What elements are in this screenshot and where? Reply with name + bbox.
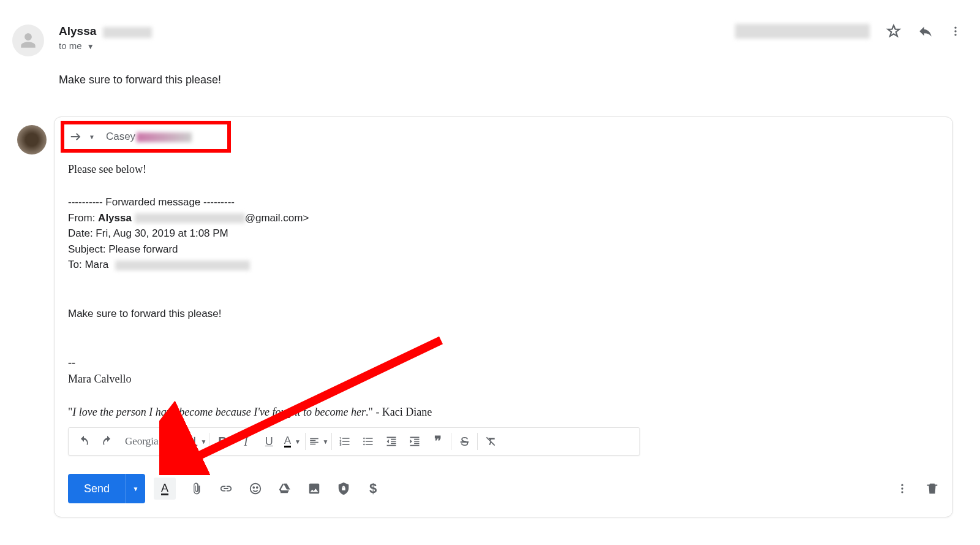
confidential-mode-button[interactable] [335,480,352,497]
compose-bottom-bar: Send ▼ A $ [68,474,939,503]
forward-from-line: From: Alyssa @gmail.com> [68,210,939,226]
person-icon [20,32,37,49]
separator [451,433,451,450]
underline-button[interactable]: U [257,430,281,452]
insert-money-button[interactable]: $ [364,480,382,497]
compose-intro: Please see below! [68,161,939,178]
indent-less-button[interactable] [380,430,403,452]
compose-body[interactable]: Please see below! ---------- Forwarded m… [68,161,939,421]
svg-point-0 [954,27,956,29]
to-line[interactable]: to me ▼ [59,40,956,51]
reply-icon[interactable] [918,23,933,39]
svg-point-8 [901,491,903,493]
indent-more-button[interactable] [403,430,426,452]
signature-separator: -- [68,354,939,371]
forward-arrow-icon [69,130,83,143]
more-vert-icon[interactable] [949,23,962,39]
font-size-select[interactable]: ▼ [184,430,208,452]
italic-button[interactable]: I [234,430,257,452]
signature-quote: "I love the person I have become because… [68,404,939,421]
recipient-name: Casey [106,131,192,143]
forward-to-line: To: Mara [68,257,939,273]
send-button[interactable]: Send [68,474,126,503]
original-message-body: Make sure to forward this please! [59,74,221,86]
align-button[interactable]: ▼ [307,430,330,452]
compose-card: ▼ Casey Please see below! ---------- For… [54,116,953,517]
redo-button[interactable] [96,430,119,452]
redacted-text [103,27,152,38]
svg-point-4 [253,487,254,488]
send-button-group: Send ▼ [68,474,145,503]
bulleted-list-button[interactable] [356,430,380,452]
svg-point-6 [901,484,903,486]
text-color-button[interactable]: A▼ [281,430,304,452]
redacted-text [137,132,192,142]
separator [477,433,478,450]
formatting-toolbar: Georgia▼ ▼ B I U A▼ ▼ ❞ S [68,427,640,455]
insert-link-button[interactable] [217,480,235,497]
forward-date-line: Date: Fri, Aug 30, 2019 at 1:08 PM [68,226,939,242]
svg-point-2 [954,34,956,36]
quote-button[interactable]: ❞ [426,430,450,452]
undo-button[interactable] [72,430,96,452]
separator [331,433,332,450]
svg-point-5 [257,487,258,488]
insert-drive-button[interactable] [276,480,293,497]
chevron-down-icon[interactable]: ▼ [89,134,95,140]
chevron-down-icon: ▼ [87,42,94,51]
compose-right-tools [896,482,939,495]
compose-avatar [17,125,47,154]
separator [183,433,183,450]
delete-icon[interactable] [925,482,939,495]
star-icon[interactable] [886,23,902,39]
svg-point-7 [901,487,903,489]
svg-point-1 [954,30,956,32]
remove-formatting-button[interactable] [479,430,502,452]
signature-name: Mara Calvello [68,371,939,387]
forward-subject-line: Subject: Please forward [68,242,939,257]
sender-avatar [12,25,44,56]
message-actions [735,23,962,39]
more-vert-icon[interactable] [896,482,908,495]
formatting-toggle-button[interactable]: A [154,478,176,500]
forward-recipient-row[interactable]: ▼ Casey [61,121,231,153]
redacted-text [115,261,250,270]
strikethrough-button[interactable]: S [453,430,476,452]
bold-button[interactable]: B [211,430,234,452]
redacted-text [735,24,870,39]
send-options-button[interactable]: ▼ [126,474,145,503]
attach-file-button[interactable] [188,480,205,497]
insert-photo-button[interactable] [306,480,323,497]
numbered-list-button[interactable] [333,430,356,452]
separator [305,433,306,450]
font-family-select[interactable]: Georgia▼ [119,430,181,452]
compose-tools: A $ [154,478,382,500]
forward-header-line: ---------- Forwarded message --------- [68,194,939,210]
sender-name: Alyssa [59,25,96,38]
svg-point-3 [251,484,261,494]
insert-emoji-button[interactable] [247,480,264,497]
forwarded-body: Make sure to forward this please! [68,306,939,322]
redacted-text [135,213,245,223]
separator [209,433,209,450]
